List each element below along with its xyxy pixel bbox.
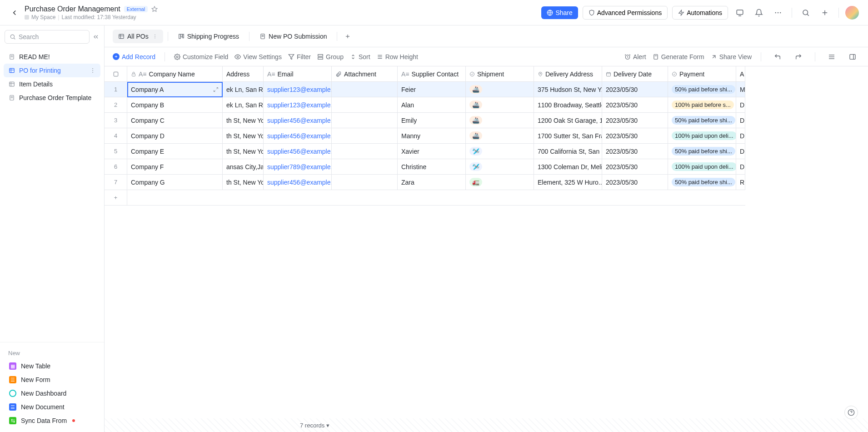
cell-shipment[interactable]: 🚢 [466, 97, 534, 113]
col-company-name[interactable]: A≡Company Name [127, 66, 223, 82]
cell-shipment[interactable]: 🛩️ [466, 144, 534, 159]
cell-overflow[interactable]: D [736, 113, 745, 128]
item-menu-button[interactable] [90, 67, 96, 74]
customize-field-button[interactable]: Customize Field [174, 53, 228, 60]
new-dashboard-button[interactable]: New Dashboard [5, 387, 100, 400]
cell-delivery-date[interactable]: 2023/05/30 [602, 144, 668, 159]
cell-delivery-date[interactable]: 2023/05/30 [602, 82, 668, 97]
col-overflow[interactable]: A [736, 66, 745, 82]
cell-shipment[interactable]: 🛩️ [466, 159, 534, 175]
cell-attachment[interactable] [332, 97, 398, 113]
cell-attachment[interactable] [332, 82, 398, 97]
expand-button[interactable] [845, 50, 860, 64]
cell-attachment[interactable] [332, 159, 398, 175]
row-number[interactable]: 6 [105, 159, 127, 175]
share-view-button[interactable]: Share View [711, 53, 752, 60]
row-number[interactable]: 4 [105, 128, 127, 144]
cell-shipment[interactable]: 🚢 [466, 82, 534, 97]
group-button[interactable]: Group [317, 53, 344, 60]
cell-delivery-address[interactable]: 1200 Oak St Garage, 1... [534, 113, 602, 128]
cell-overflow[interactable]: D [736, 97, 745, 113]
cell-address[interactable]: ek Ln, San R... [223, 82, 264, 97]
cell-delivery-date[interactable]: 2023/05/30 [602, 113, 668, 128]
cell-delivery-address[interactable]: 700 California St, San F... [534, 144, 602, 159]
cell-delivery-date[interactable]: 2023/05/30 [602, 128, 668, 144]
cell-email[interactable]: supplier789@example.... [264, 159, 332, 175]
generate-form-button[interactable]: Generate Form [653, 53, 704, 60]
cell-email[interactable]: supplier456@example.... [264, 128, 332, 144]
cell-payment[interactable]: 100% paid upon deli... [668, 128, 736, 144]
cell-address[interactable]: ansas City,Ja... [223, 159, 264, 175]
tab-shipping-progress[interactable]: Shipping Progress [173, 30, 244, 43]
sort-button[interactable]: Sort [350, 53, 370, 60]
more-button[interactable] [771, 5, 785, 20]
tab-all-pos[interactable]: All POs [113, 30, 163, 43]
cell-payment[interactable]: 50% paid before shi... [668, 82, 736, 97]
cell-delivery-date[interactable]: 2023/05/30 [602, 175, 668, 190]
cell-address[interactable]: th St, New Yo... [223, 175, 264, 190]
cell-company-name[interactable]: Company D [127, 128, 223, 144]
cell-address[interactable]: th St, New Yo... [223, 144, 264, 159]
expand-cell-icon[interactable] [213, 87, 219, 92]
sidebar-item-item-details[interactable]: Item Details [4, 77, 100, 91]
cell-overflow[interactable]: M [736, 82, 745, 97]
cell-payment[interactable]: 50% paid before shi... [668, 175, 736, 190]
col-attachment[interactable]: Attachment [332, 66, 398, 82]
cell-address[interactable]: th St, New Yo... [223, 128, 264, 144]
cell-delivery-address[interactable]: 1100 Broadway, Seattle... [534, 97, 602, 113]
cell-company-name[interactable]: Company G [127, 175, 223, 190]
col-shipment[interactable]: Shipment [466, 66, 534, 82]
cell-supplier-contact[interactable]: Manny [398, 128, 466, 144]
cell-email[interactable]: supplier123@example.... [264, 82, 332, 97]
view-list-button[interactable] [824, 50, 839, 64]
user-avatar[interactable] [845, 6, 859, 20]
global-search-button[interactable] [798, 5, 813, 20]
empty-row[interactable] [127, 190, 745, 206]
new-document-button[interactable]: ☰ New Document [5, 400, 100, 414]
add-row-button[interactable]: + [105, 190, 127, 206]
tab-menu-button[interactable] [152, 34, 158, 39]
sync-data-button[interactable]: ⇆ Sync Data From [5, 414, 100, 427]
cell-payment[interactable]: 50% paid before shi... [668, 113, 736, 128]
new-table-button[interactable]: ▦ New Table [5, 359, 100, 373]
cell-delivery-address[interactable]: 1700 Sutter St, San Fra... [534, 128, 602, 144]
cell-delivery-address[interactable]: 1300 Coleman Dr, Meli... [534, 159, 602, 175]
cell-email[interactable]: supplier456@example.... [264, 113, 332, 128]
cell-company-name[interactable]: Company F [127, 159, 223, 175]
share-button[interactable]: Share [541, 6, 578, 19]
cell-attachment[interactable] [332, 144, 398, 159]
cell-address[interactable]: th St, New Yo... [223, 113, 264, 128]
cell-shipment[interactable]: 🚢 [466, 128, 534, 144]
row-number[interactable]: 5 [105, 144, 127, 159]
cell-address[interactable]: ek Ln, San R... [223, 97, 264, 113]
cell-delivery-address[interactable]: Element, 325 W Huro... [534, 175, 602, 190]
cell-overflow[interactable]: D [736, 128, 745, 144]
redo-button[interactable] [791, 50, 806, 64]
tab-new-po[interactable]: New PO Submission [254, 30, 332, 43]
record-count[interactable]: 7 records ▾ [300, 422, 329, 429]
row-number[interactable]: 3 [105, 113, 127, 128]
cell-attachment[interactable] [332, 128, 398, 144]
cell-supplier-contact[interactable]: Xavier [398, 144, 466, 159]
cell-email[interactable]: supplier456@example.... [264, 175, 332, 190]
cell-supplier-contact[interactable]: Feier [398, 82, 466, 97]
notifications-button[interactable] [752, 5, 766, 20]
cell-supplier-contact[interactable]: Alan [398, 97, 466, 113]
advanced-permissions-button[interactable]: Advanced Permissions [583, 6, 668, 20]
col-address[interactable]: Address [223, 66, 264, 82]
cell-email[interactable]: supplier123@example.... [264, 97, 332, 113]
cell-supplier-contact[interactable]: Zara [398, 175, 466, 190]
sidebar-item-template[interactable]: Purchase Order Template [4, 91, 100, 105]
sidebar-search-input[interactable]: Search [5, 30, 90, 44]
back-button[interactable] [9, 7, 20, 18]
col-supplier-contact[interactable]: A≡Supplier Contact [398, 66, 466, 82]
alert-button[interactable]: Alert [624, 53, 646, 60]
add-tab-button[interactable] [342, 30, 354, 42]
select-all-checkbox[interactable] [105, 66, 127, 82]
row-number[interactable]: 7 [105, 175, 127, 190]
cell-supplier-contact[interactable]: Christine [398, 159, 466, 175]
cell-payment[interactable]: 50% paid before shi... [668, 144, 736, 159]
cell-payment[interactable]: 100% paid upon deli... [668, 159, 736, 175]
cell-shipment[interactable]: 🚛 [466, 175, 534, 190]
cell-delivery-date[interactable]: 2023/05/30 [602, 159, 668, 175]
